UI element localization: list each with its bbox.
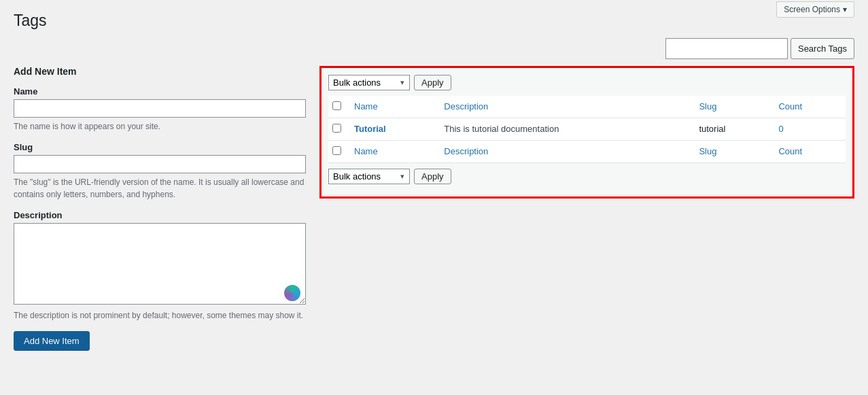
slug-label: Slug xyxy=(14,142,306,152)
bulk-actions-select-bottom[interactable]: Bulk actions xyxy=(328,169,410,184)
screen-options-button[interactable]: Screen Options ▾ xyxy=(776,1,854,18)
bottom-bulk-actions-bar: Bulk actions Apply xyxy=(328,169,846,184)
tag-slug: tutorial xyxy=(692,118,771,140)
tag-description: This is tutorial documentation xyxy=(437,118,692,140)
select-all-checkbox-top[interactable] xyxy=(332,101,341,110)
col-footer-slug[interactable]: Slug xyxy=(692,140,771,162)
name-input[interactable] xyxy=(14,99,306,118)
page-title: Tags xyxy=(14,11,47,31)
screen-options-arrow-icon: ▾ xyxy=(843,5,847,14)
add-new-title: Add New Item xyxy=(14,66,306,77)
tag-name-link[interactable]: Tutorial xyxy=(354,124,386,134)
bulk-actions-select-top[interactable]: Bulk actions xyxy=(328,75,410,90)
description-help: The description is not prominent by defa… xyxy=(14,309,306,322)
col-header-slug[interactable]: Slug xyxy=(692,96,771,118)
search-input[interactable] xyxy=(665,38,788,59)
search-tags-button[interactable]: Search Tags xyxy=(791,38,854,59)
description-textarea[interactable] xyxy=(14,223,306,305)
name-help: The name is how it appears on your site. xyxy=(14,120,306,133)
tag-count-link[interactable]: 0 xyxy=(778,124,783,134)
col-footer-name[interactable]: Name xyxy=(347,140,437,162)
ai-icon xyxy=(284,285,300,301)
col-header-count[interactable]: Count xyxy=(771,96,846,118)
apply-button-top[interactable]: Apply xyxy=(414,75,451,90)
col-header-description[interactable]: Description xyxy=(437,96,692,118)
name-label: Name xyxy=(14,86,306,97)
col-header-name[interactable]: Name xyxy=(347,96,437,118)
add-new-item-button[interactable]: Add New Item xyxy=(14,331,90,351)
row-checkbox[interactable] xyxy=(332,124,341,133)
tags-table: Name Description Slug Count xyxy=(328,96,846,163)
apply-button-bottom[interactable]: Apply xyxy=(414,169,451,184)
col-footer-description[interactable]: Description xyxy=(437,140,692,162)
select-all-checkbox-bottom[interactable] xyxy=(332,146,341,155)
table-row: Tutorial This is tutorial documentation … xyxy=(328,118,846,140)
slug-help: The "slug" is the URL-friendly version o… xyxy=(14,176,306,201)
screen-options-label: Screen Options xyxy=(784,5,840,14)
slug-input[interactable] xyxy=(14,155,306,173)
top-bulk-actions-bar: Bulk actions Apply xyxy=(328,75,846,90)
description-label: Description xyxy=(14,210,306,220)
col-footer-count[interactable]: Count xyxy=(771,140,846,162)
